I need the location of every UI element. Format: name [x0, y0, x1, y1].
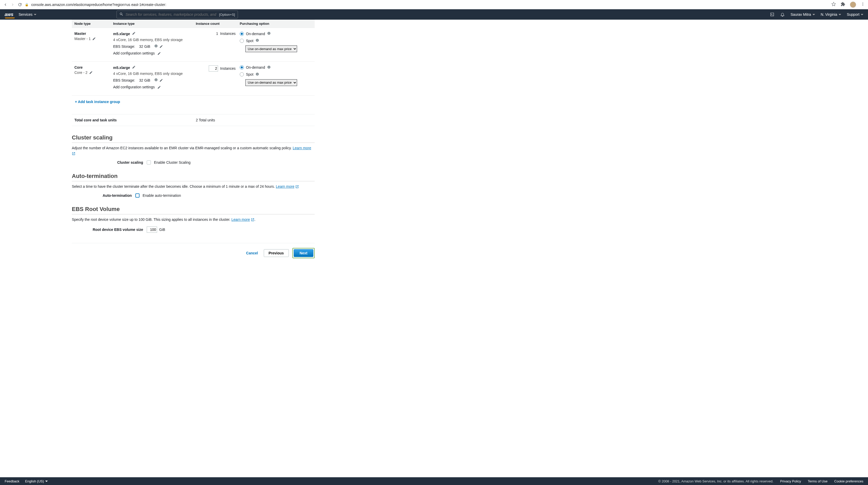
pencil-icon[interactable] — [92, 37, 96, 40]
spot-radio[interactable] — [240, 39, 244, 43]
search-input[interactable] — [126, 12, 217, 17]
info-icon[interactable] — [267, 65, 271, 70]
totals-value: 2 Total units — [196, 118, 215, 122]
extension-icon[interactable] — [841, 2, 845, 7]
instance-count-unit: Instances — [220, 32, 236, 36]
services-menu[interactable]: Services — [19, 12, 36, 17]
col-header-nodetype: Node type — [74, 22, 113, 26]
storage-value: 32 GiB — [139, 43, 150, 50]
col-header-purchasing: Purchasing option — [240, 22, 312, 26]
instance-count-input[interactable] — [209, 65, 218, 71]
info-icon[interactable] — [255, 72, 259, 77]
pencil-icon[interactable] — [159, 78, 163, 82]
section-title-scaling: Cluster scaling — [72, 134, 315, 141]
pencil-icon[interactable] — [89, 71, 93, 74]
on-demand-option[interactable]: On-demand — [240, 65, 312, 70]
pencil-icon[interactable] — [157, 86, 161, 89]
pencil-icon[interactable] — [157, 52, 161, 55]
node-group-name: Master - 1 — [74, 37, 113, 41]
storage-label: EBS Storage: — [113, 43, 135, 50]
browser-toolbar: 🔒 console.aws.amazon.com/elasticmapreduc… — [0, 0, 868, 9]
next-button[interactable]: Next — [294, 249, 313, 257]
spot-option[interactable]: Spot — [240, 38, 312, 43]
reload-icon[interactable] — [18, 2, 22, 7]
previous-button[interactable]: Previous — [264, 249, 289, 257]
storage-value: 32 GiB — [139, 77, 150, 84]
instance-count-unit: Instances — [220, 66, 236, 70]
instance-table-header: Node type Instance type Instance count P… — [72, 20, 315, 28]
bell-icon[interactable] — [780, 12, 785, 17]
chevron-down-icon — [34, 14, 36, 15]
aws-logo[interactable]: aws — [5, 12, 13, 17]
on-demand-radio[interactable] — [240, 32, 244, 36]
spot-price-select[interactable]: Use on-demand as max price — [245, 79, 297, 86]
on-demand-radio[interactable] — [240, 65, 244, 69]
autoterm-desc: Select a time to have the cluster termin… — [72, 184, 315, 189]
learn-more-link[interactable]: Learn more — [293, 146, 311, 150]
autoterm-checkbox[interactable] — [135, 193, 140, 198]
chevron-down-icon — [861, 14, 863, 15]
on-demand-option[interactable]: On-demand — [240, 32, 312, 36]
search-shortcut: [Option+S] — [219, 13, 235, 17]
lock-icon: 🔒 — [25, 3, 29, 6]
cancel-button[interactable]: Cancel — [244, 249, 260, 257]
external-link-icon — [72, 152, 75, 156]
next-button-highlight: Next — [292, 248, 315, 258]
svg-point-1 — [863, 4, 863, 5]
star-icon[interactable] — [831, 2, 836, 7]
scaling-desc: Adjust the number of Amazon EC2 instance… — [72, 146, 315, 156]
node-group-name: Core - 2 — [74, 70, 113, 75]
col-header-count: Instance count — [196, 22, 240, 26]
avatar[interactable] — [850, 2, 856, 8]
cloudshell-icon[interactable] — [770, 12, 774, 17]
user-menu[interactable]: Saurav Mitra — [790, 12, 815, 17]
autoterm-check-label: Enable auto-termination — [143, 193, 181, 198]
cluster-scaling-check-label: Enable Cluster Scaling — [154, 160, 191, 164]
cluster-scaling-label: Cluster scaling — [72, 160, 147, 164]
ebs-size-input[interactable] — [147, 226, 157, 233]
learn-more-link[interactable]: Learn more — [231, 218, 250, 222]
instance-type-value: m5.xlarge — [113, 32, 196, 36]
pencil-icon[interactable] — [159, 45, 163, 48]
info-icon[interactable] — [267, 32, 271, 36]
aws-header: aws Services [Option+S] Saurav Mitra N. … — [0, 9, 868, 20]
pencil-icon[interactable] — [132, 32, 135, 35]
node-type-label: Core — [74, 65, 113, 69]
spot-option[interactable]: Spot — [240, 72, 312, 77]
svg-point-0 — [863, 3, 863, 3]
support-menu[interactable]: Support — [847, 12, 863, 17]
forward-icon[interactable] — [10, 2, 15, 7]
info-icon[interactable] — [154, 43, 158, 50]
aws-search[interactable]: [Option+S] — [117, 10, 238, 18]
totals-label: Total core and task units — [74, 118, 196, 122]
total-units-row: Total core and task units 2 Total units — [72, 114, 315, 126]
back-icon[interactable] — [3, 2, 8, 7]
node-type-label: Master — [74, 32, 113, 36]
table-row: Core Core - 2 m5.xlarge 4 vCore, 16 GiB … — [72, 62, 315, 96]
cluster-scaling-checkbox[interactable] — [147, 160, 151, 164]
instance-count: 1 — [216, 32, 218, 36]
menu-dots-icon[interactable] — [861, 2, 865, 7]
pencil-icon[interactable] — [132, 65, 135, 69]
spot-radio[interactable] — [240, 72, 244, 76]
info-icon[interactable] — [154, 77, 158, 84]
add-task-instance-group[interactable]: + Add task instance group — [75, 100, 120, 104]
search-icon — [119, 12, 123, 17]
section-title-ebs: EBS Root Volume — [72, 206, 315, 213]
region-menu[interactable]: N. Virginia — [821, 12, 841, 17]
section-title-autoterm: Auto-termination — [72, 173, 315, 180]
learn-more-link[interactable]: Learn more — [276, 184, 294, 189]
ebs-unit: GiB — [159, 228, 165, 232]
external-link-icon — [295, 185, 299, 189]
ebs-desc: Specify the root device volume size up t… — [72, 217, 315, 222]
info-icon[interactable] — [255, 38, 259, 43]
spot-price-select[interactable]: Use on-demand as max price — [245, 45, 297, 52]
autoterm-label: Auto-termination — [72, 193, 135, 198]
svg-point-2 — [863, 5, 863, 6]
table-row: Master Master - 1 m5.xlarge 4 vCore, 16 … — [72, 28, 315, 62]
url-text[interactable]: console.aws.amazon.com/elasticmapreduce/… — [31, 3, 166, 7]
instance-type-value: m5.xlarge — [113, 65, 196, 70]
chevron-down-icon — [839, 14, 841, 15]
ebs-size-label: Root device EBS volume size — [72, 228, 147, 232]
storage-label: EBS Storage: — [113, 77, 135, 84]
